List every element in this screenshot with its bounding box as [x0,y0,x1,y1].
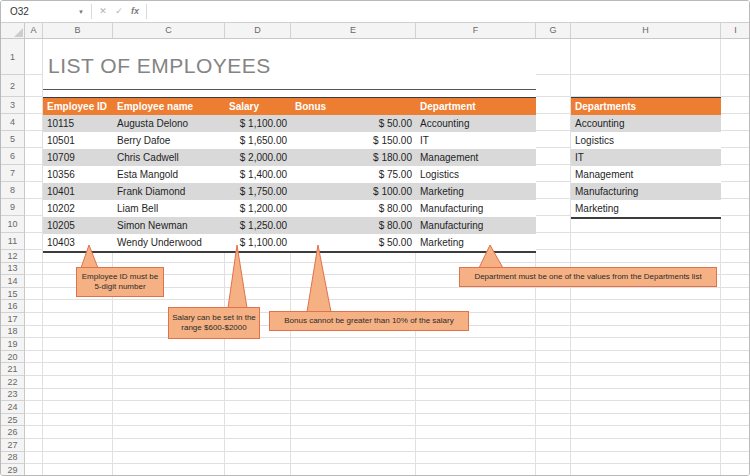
grid-cell[interactable] [225,401,291,414]
grid-cell[interactable] [113,363,225,376]
row-header-20[interactable]: 20 [1,351,25,364]
row-header-5[interactable]: 5 [1,131,25,148]
grid-cell[interactable] [291,426,416,439]
grid-cell[interactable] [536,250,571,263]
grid-cell[interactable] [571,75,721,97]
grid-cell[interactable] [571,439,721,452]
employee-cell[interactable]: Logistics [416,166,536,183]
grid-cell[interactable] [721,363,749,376]
employee-cell[interactable]: $ 1,200.00 [225,200,291,217]
grid-cell[interactable] [225,439,291,452]
grid-cell[interactable] [225,426,291,439]
column-header-A[interactable]: A [25,23,43,39]
row-header-9[interactable]: 9 [1,199,25,216]
employee-cell[interactable]: Management [416,149,536,166]
employee-cell[interactable]: $ 50.00 [291,234,416,251]
grid-cell[interactable] [291,464,416,475]
grid-cell[interactable] [291,351,416,364]
column-header-G[interactable]: G [536,23,571,39]
grid-cell[interactable] [536,452,571,465]
column-header-E[interactable]: E [291,23,416,39]
title-cell[interactable]: LIST OF EMPLOYEES [43,39,536,97]
grid-cell[interactable] [225,288,291,301]
grid-cell[interactable] [536,351,571,364]
grid-cell[interactable] [291,389,416,402]
column-header-D[interactable]: D [225,23,291,39]
employee-cell[interactable]: $ 75.00 [291,166,416,183]
grid-cell[interactable] [721,326,749,339]
column-header-F[interactable]: F [416,23,536,39]
employee-cell[interactable]: 10356 [43,166,113,183]
grid-cell[interactable] [43,401,113,414]
row-header-3[interactable]: 3 [1,97,25,114]
grid-cell[interactable] [25,39,43,75]
grid-cell[interactable] [25,426,43,439]
grid-cell[interactable] [291,263,416,276]
row-header-19[interactable]: 19 [1,338,25,351]
grid-cell[interactable] [225,338,291,351]
employee-cell[interactable]: Manufacturing [416,200,536,217]
grid-cell[interactable] [25,288,43,301]
employee-cell[interactable]: IT [416,132,536,149]
grid-cell[interactable] [721,114,749,131]
employee-cell[interactable]: Frank Diamond [113,183,225,200]
employee-cell[interactable]: 10403 [43,234,113,251]
grid-cell[interactable] [416,401,536,414]
grid-cell[interactable] [43,464,113,475]
employee-cell[interactable]: $ 180.00 [291,149,416,166]
employee-cell[interactable]: $ 1,100.00 [225,115,291,132]
grid-cell[interactable] [536,97,571,114]
grid-cell[interactable] [113,426,225,439]
column-header-H[interactable]: H [571,23,721,39]
grid-cell[interactable] [536,313,571,326]
employee-cell[interactable]: Liam Bell [113,200,225,217]
callout-salary-rule[interactable]: Salary can be set in the range $600-$200… [168,307,260,339]
grid-cell[interactable] [571,250,721,263]
grid-cell[interactable] [721,75,749,97]
grid-cell[interactable] [113,376,225,389]
callout-department-rule[interactable]: Department must be one of the values fro… [459,267,717,287]
grid-cell[interactable] [571,326,721,339]
grid-cell[interactable] [25,389,43,402]
grid-cell[interactable] [571,288,721,301]
grid-cell[interactable] [113,338,225,351]
grid-cell[interactable] [571,426,721,439]
grid-cell[interactable] [43,452,113,465]
grid-cell[interactable] [721,182,749,199]
grid-cell[interactable] [721,426,749,439]
grid-cell[interactable] [25,199,43,216]
grid-cell[interactable] [721,338,749,351]
employee-cell[interactable]: 10709 [43,149,113,166]
row-header-10[interactable]: 10 [1,216,25,233]
grid-cell[interactable] [721,300,749,313]
row-header-13[interactable]: 13 [1,263,25,276]
employee-cell[interactable]: Accounting [416,115,536,132]
employee-cell[interactable]: Augusta Delono [113,115,225,132]
row-header-7[interactable]: 7 [1,165,25,182]
employee-cell[interactable]: $ 1,100.00 [225,234,291,251]
grid-cell[interactable] [225,376,291,389]
callout-bonus-rule[interactable]: Bonus cannot be greater than 10% of the … [269,311,469,331]
grid-cell[interactable] [571,338,721,351]
grid-cell[interactable] [43,338,113,351]
grid-cell[interactable] [25,165,43,182]
employee-cell[interactable]: 10501 [43,132,113,149]
department-cell[interactable]: Manufacturing [571,183,721,200]
column-header-C[interactable]: C [113,23,225,39]
departments-header-cell[interactable]: Departments [571,98,721,115]
grid-cell[interactable] [225,363,291,376]
row-header-12[interactable]: 12 [1,250,25,263]
grid-cell[interactable] [571,233,721,250]
employee-cell[interactable]: 10115 [43,115,113,132]
employee-header-cell[interactable]: Department [416,98,536,115]
grid-cell[interactable] [721,439,749,452]
grid-cell[interactable] [25,414,43,427]
grid-cell[interactable] [721,148,749,165]
row-header-26[interactable]: 26 [1,426,25,439]
grid-cell[interactable] [225,389,291,402]
department-cell[interactable]: Marketing [571,200,721,217]
grid-cell[interactable] [721,401,749,414]
grid-cell[interactable] [416,452,536,465]
grid-cell[interactable] [225,351,291,364]
grid-cell[interactable] [536,216,571,233]
